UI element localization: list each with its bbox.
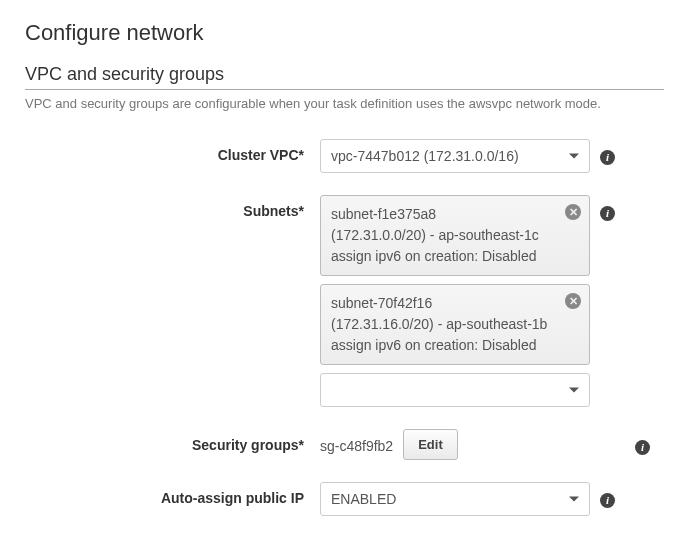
remove-subnet-icon[interactable]: ✕ (565, 204, 581, 220)
info-icon[interactable]: i (600, 493, 615, 508)
select-cluster-vpc[interactable]: vpc-7447b012 (172.31.0.0/16) (320, 139, 590, 173)
select-auto-assign-ip-value: ENABLED (331, 491, 396, 507)
chevron-down-icon (569, 154, 579, 159)
subnet-details: (172.31.0.0/20) - ap-southeast-1c (331, 225, 559, 246)
subnet-id: subnet-f1e375a8 (331, 204, 559, 225)
field-security-groups: Security groups* sg-c48f9fb2 Edit i (25, 429, 664, 460)
select-cluster-vpc-value: vpc-7447b012 (172.31.0.0/16) (331, 148, 519, 164)
info-icon[interactable]: i (600, 150, 615, 165)
field-cluster-vpc: Cluster VPC* vpc-7447b012 (172.31.0.0/16… (25, 139, 664, 173)
label-cluster-vpc: Cluster VPC* (25, 139, 320, 163)
chevron-down-icon (569, 497, 579, 502)
subnet-ipv6: assign ipv6 on creation: Disabled (331, 335, 559, 356)
section-title-vpc-sg: VPC and security groups (25, 64, 664, 90)
subnet-id: subnet-70f42f16 (331, 293, 559, 314)
info-icon[interactable]: i (600, 206, 615, 221)
section-description: VPC and security groups are configurable… (25, 96, 664, 111)
edit-security-groups-button[interactable]: Edit (403, 429, 458, 460)
label-auto-assign-ip: Auto-assign public IP (25, 482, 320, 506)
remove-subnet-icon[interactable]: ✕ (565, 293, 581, 309)
subnet-tag: subnet-70f42f16 (172.31.16.0/20) - ap-so… (320, 284, 590, 365)
security-group-value: sg-c48f9fb2 (320, 436, 393, 454)
subnet-ipv6: assign ipv6 on creation: Disabled (331, 246, 559, 267)
label-subnets: Subnets* (25, 195, 320, 219)
subnet-details: (172.31.16.0/20) - ap-southeast-1b (331, 314, 559, 335)
field-subnets: Subnets* subnet-f1e375a8 (172.31.0.0/20)… (25, 195, 664, 407)
info-icon[interactable]: i (635, 440, 650, 455)
field-auto-assign-ip: Auto-assign public IP ENABLED i (25, 482, 664, 516)
chevron-down-icon (569, 388, 579, 393)
select-auto-assign-ip[interactable]: ENABLED (320, 482, 590, 516)
label-security-groups: Security groups* (25, 429, 320, 453)
page-title: Configure network (25, 20, 664, 46)
subnet-tag: subnet-f1e375a8 (172.31.0.0/20) - ap-sou… (320, 195, 590, 276)
select-add-subnet[interactable] (320, 373, 590, 407)
